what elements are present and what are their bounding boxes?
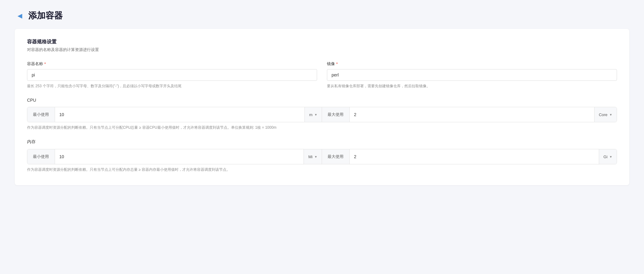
mem-min-label: 最小使用 (27, 149, 55, 164)
mem-max-cell: 最大使用 Gi ▼ (322, 149, 617, 164)
cpu-max-unit-label: Core (599, 112, 607, 117)
main-card: 容器规格设置 对容器的名称及容器的计算资源进行设置 容器名称 * 最长 253 … (15, 29, 629, 185)
cpu-resource-row: 最小使用 m ▼ 最大使用 Core ▼ (27, 107, 617, 122)
section-desc: 对容器的名称及容器的计算资源进行设置 (27, 47, 617, 53)
mem-max-label: 最大使用 (322, 149, 350, 164)
page-header: ◀ 添加容器 (0, 0, 644, 29)
memory-resource-row: 最小使用 Mi ▼ 最大使用 Gi ▼ (27, 149, 617, 164)
image-required: * (336, 61, 338, 66)
cpu-hint: 作为容器调度时资源分配的判断依赖。只有当节点上可分配CPU总量 ≥ 容器CPU最… (27, 125, 617, 131)
section-title: 容器规格设置 (27, 39, 617, 45)
mem-max-unit-chevron-icon: ▼ (609, 155, 612, 159)
container-name-label: 容器名称 * (27, 61, 317, 67)
cpu-min-cell: 最小使用 m ▼ (27, 107, 322, 122)
container-name-hint: 最长 253 个字符，只能包含小写字母、数字及分隔符("-")，且必须以小写字母… (27, 83, 317, 89)
container-name-input[interactable] (27, 69, 317, 81)
container-name-group: 容器名称 * 最长 253 个字符，只能包含小写字母、数字及分隔符("-")，且… (27, 61, 317, 89)
memory-section: 内存 最小使用 Mi ▼ 最大使用 Gi ▼ 作为容器调度时资源分配 (27, 139, 617, 173)
mem-min-unit-selector[interactable]: Mi ▼ (304, 149, 322, 164)
cpu-min-unit-selector[interactable]: m ▼ (304, 107, 322, 122)
container-name-required: * (44, 61, 46, 66)
image-hint: 要从私有镜像仓库部署，需要先创建镜像仓库，然后拉取镜像。 (327, 83, 617, 89)
image-input[interactable] (327, 69, 617, 81)
mem-hint: 作为容器调度时资源分配的判断依赖。只有当节点上可分配内存总量 ≥ 容器内存最小使… (27, 167, 617, 173)
cpu-min-input[interactable] (55, 107, 304, 122)
mem-min-unit-chevron-icon: ▼ (314, 155, 317, 159)
cpu-max-unit-selector[interactable]: Core ▼ (594, 107, 617, 122)
mem-max-unit-label: Gi (603, 155, 607, 159)
cpu-min-unit-chevron-icon: ▼ (314, 113, 317, 116)
mem-min-input[interactable] (55, 149, 304, 164)
mem-max-input[interactable] (350, 149, 599, 164)
mem-min-cell: 最小使用 Mi ▼ (27, 149, 322, 164)
name-image-row: 容器名称 * 最长 253 个字符，只能包含小写字母、数字及分隔符("-")，且… (27, 61, 617, 89)
cpu-min-label: 最小使用 (27, 107, 55, 122)
cpu-section: CPU 最小使用 m ▼ 最大使用 Core ▼ 作为容器调度时资源 (27, 98, 617, 131)
back-button[interactable]: ◀ (15, 11, 25, 21)
cpu-max-input[interactable] (350, 107, 594, 122)
cpu-min-unit-label: m (309, 112, 312, 117)
memory-section-title: 内存 (27, 139, 617, 145)
image-label: 镜像 * (327, 61, 617, 67)
image-group: 镜像 * 要从私有镜像仓库部署，需要先创建镜像仓库，然后拉取镜像。 (327, 61, 617, 89)
cpu-section-title: CPU (27, 98, 617, 103)
mem-min-unit-label: Mi (308, 155, 312, 159)
cpu-max-label: 最大使用 (322, 107, 350, 122)
cpu-max-unit-chevron-icon: ▼ (609, 113, 612, 116)
page-title: 添加容器 (28, 10, 63, 22)
cpu-max-cell: 最大使用 Core ▼ (322, 107, 617, 122)
mem-max-unit-selector[interactable]: Gi ▼ (599, 149, 617, 164)
